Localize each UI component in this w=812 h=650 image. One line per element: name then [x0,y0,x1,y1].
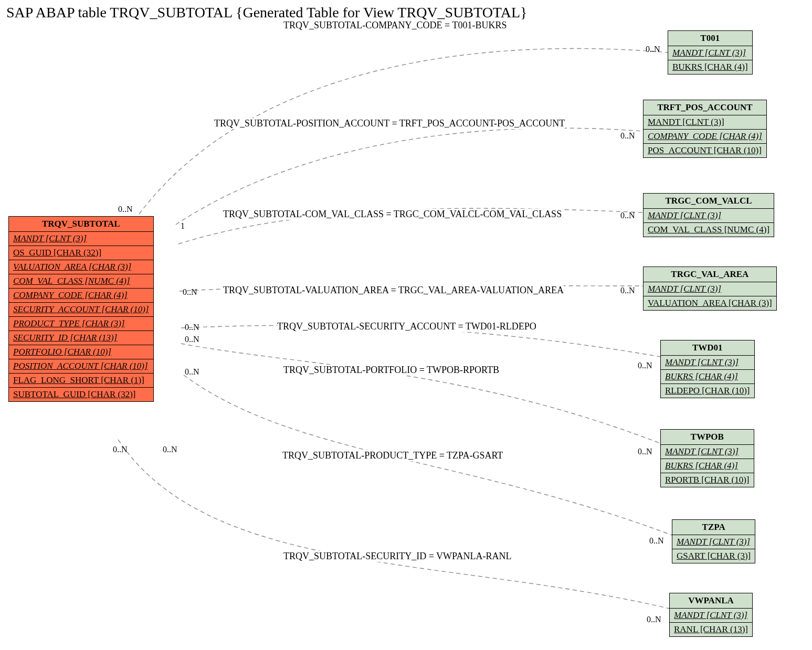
cardinality: 0..N [620,211,635,220]
entity-name: TRFT_POS_ACCOUNT [644,100,766,115]
entity-main: TRQV_SUBTOTAL MANDT [CLNT (3)] OS_GUID [… [8,216,154,402]
entity-field: COMPANY_CODE [CHAR (4)] [9,289,153,303]
entity-field: RPORTB [CHAR (10)] [661,473,754,487]
cardinality: 0..N [185,335,199,344]
cardinality: 0..N [113,445,128,454]
entity-trgc-com-valcl: TRGC_COM_VALCL MANDT [CLNT (3)] COM_VAL_… [643,193,774,237]
entity-field: MANDT [CLNT (3)] [644,209,774,223]
entity-tzpa: TZPA MANDT [CLNT (3)] GSART [CHAR (3)] [672,519,755,563]
entity-field: MANDT [CLNT (3)] [9,232,153,246]
entity-name: TRGC_COM_VALCL [644,194,774,209]
entity-field: MANDT [CLNT (3)] [644,282,776,296]
entity-field: COM_VAL_CLASS [NUMC (4)] [9,274,153,289]
entity-field: MANDT [CLNT (3)] [644,115,766,130]
entity-field: FLAG_LONG_SHORT [CHAR (1)] [9,374,153,388]
entity-field: PRODUCT_TYPE [CHAR (3)] [9,317,153,331]
entity-twpob: TWPOB MANDT [CLNT (3)] BUKRS [CHAR (4)] … [660,429,754,487]
join-label: TRQV_SUBTOTAL-VALUATION_AREA = TRGC_VAL_… [223,285,564,296]
entity-field: GSART [CHAR (3)] [672,549,755,563]
cardinality: 0..N [647,615,661,624]
entity-field: MANDT [CLNT (3)] [670,609,752,623]
cardinality: 0..N [649,536,664,546]
entity-twd01: TWD01 MANDT [CLNT (3)] BUKRS [CHAR (4)] … [660,340,755,398]
join-label: TRQV_SUBTOTAL-COMPANY_CODE = T001-BUKRS [283,20,507,31]
entity-field: MANDT [CLNT (3)] [672,535,755,549]
join-label: TRQV_SUBTOTAL-PORTFOLIO = TWPOB-RPORTB [283,365,499,376]
cardinality: 0..N [183,287,197,297]
join-label: TRQV_SUBTOTAL-POSITION_ACCOUNT = TRFT_PO… [214,118,565,129]
entity-field: OS_GUID [CHAR (32)] [9,246,153,260]
entity-trft-pos-account: TRFT_POS_ACCOUNT MANDT [CLNT (3)] COMPAN… [643,100,767,158]
cardinality: 0..N [620,131,635,141]
entity-field: PORTFOLIO [CHAR (10)] [9,345,153,359]
entity-field: POSITION_ACCOUNT [CHAR (10)] [9,359,153,374]
cardinality: 1 [181,221,185,231]
cardinality: 0..N [185,323,199,332]
entity-name: TWD01 [661,340,754,356]
page-title: SAP ABAP table TRQV_SUBTOTAL {Generated … [6,4,527,21]
entity-name: T001 [668,31,752,46]
entity-t001: T001 MANDT [CLNT (3)] BUKRS [CHAR (4)] [668,30,753,74]
entity-name: TRGC_VAL_AREA [644,267,776,282]
entity-field: MANDT [CLNT (3)] [661,445,754,459]
entity-field: BUKRS [CHAR (4)] [661,459,754,473]
join-label: TRQV_SUBTOTAL-SECURITY_ACCOUNT = TWD01-R… [277,321,536,332]
entity-field: MANDT [CLNT (3)] [661,356,754,370]
entity-field: MANDT [CLNT (3)] [668,46,752,60]
join-label: TRQV_SUBTOTAL-PRODUCT_TYPE = TZPA-GSART [282,450,503,461]
entity-field: VALUATION_AREA [CHAR (3)] [9,260,153,274]
entity-name: TWPOB [661,430,754,445]
cardinality: 0..N [620,286,635,295]
cardinality: 0..N [646,45,660,54]
cardinality: 0..N [163,445,177,454]
entity-field: RANL [CHAR (13)] [670,623,752,636]
entity-field: BUKRS [CHAR (4)] [661,370,754,384]
entity-main-name: TRQV_SUBTOTAL [9,217,153,232]
entity-name: TZPA [672,520,755,535]
cardinality: 0..N [638,447,652,456]
entity-field: SECURITY_ACCOUNT [CHAR (10)] [9,303,153,317]
cardinality: 0..N [185,367,199,377]
entity-field: SUBTOTAL_GUID [CHAR (32)] [9,388,153,401]
entity-field: VALUATION_AREA [CHAR (3)] [644,296,776,310]
entity-trgc-val-area: TRGC_VAL_AREA MANDT [CLNT (3)] VALUATION… [643,267,777,311]
cardinality: 0..N [638,361,652,370]
entity-field: COMPANY_CODE [CHAR (4)] [644,130,766,144]
entity-name: VWPANLA [670,593,752,609]
entity-vwpanla: VWPANLA MANDT [CLNT (3)] RANL [CHAR (13)… [669,593,753,637]
join-label: TRQV_SUBTOTAL-COM_VAL_CLASS = TRGC_COM_V… [223,209,562,220]
entity-field: COM_VAL_CLASS [NUMC (4)] [644,223,774,237]
entity-field: SECURITY_ID [CHAR (13)] [9,331,153,345]
entity-field: POS_ACCOUNT [CHAR (10)] [644,144,766,157]
entity-field: BUKRS [CHAR (4)] [668,60,752,74]
cardinality: 0..N [118,205,133,214]
join-label: TRQV_SUBTOTAL-SECURITY_ID = VWPANLA-RANL [283,551,511,562]
entity-field: RLDEPO [CHAR (10)] [661,384,754,398]
